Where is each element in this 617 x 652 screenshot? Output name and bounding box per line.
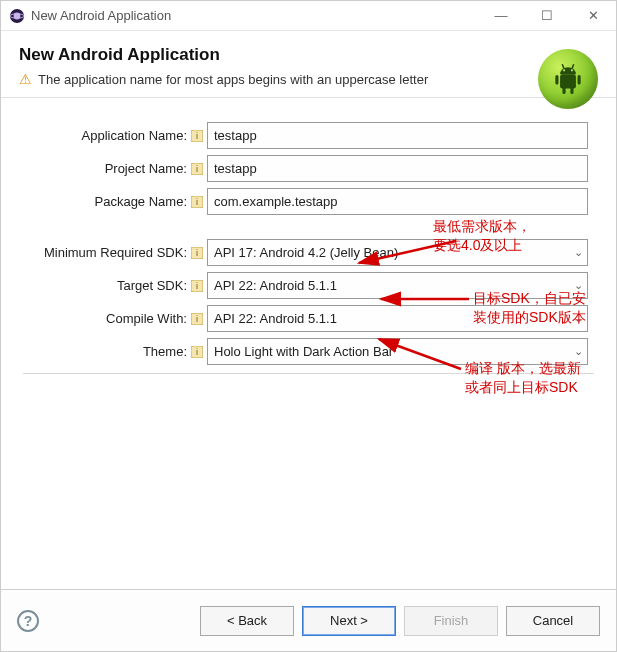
page-title: New Android Application: [19, 45, 598, 65]
svg-point-10: [563, 69, 565, 71]
finish-button: Finish: [404, 606, 498, 636]
min-sdk-value: API 17: Android 4.2 (Jelly Bean): [214, 245, 398, 260]
row-app-name: Application Name: i: [11, 122, 606, 149]
chevron-down-icon: ⌄: [574, 246, 583, 259]
svg-text:i: i: [196, 248, 198, 258]
svg-text:i: i: [196, 281, 198, 291]
svg-text:i: i: [196, 314, 198, 324]
svg-point-11: [571, 69, 573, 71]
warning-icon: ⚠: [19, 71, 32, 87]
info-icon[interactable]: i: [191, 163, 203, 175]
info-icon[interactable]: i: [191, 130, 203, 142]
label-app-name: Application Name:: [11, 128, 189, 143]
info-icon[interactable]: i: [191, 280, 203, 292]
project-name-input[interactable]: [207, 155, 588, 182]
svg-line-9: [572, 65, 574, 69]
divider: [23, 373, 594, 374]
info-icon[interactable]: i: [191, 313, 203, 325]
wizard-header: New Android Application ⚠ The applicatio…: [1, 31, 616, 98]
chevron-down-icon: ⌄: [574, 279, 583, 292]
row-theme: Theme: i Holo Light with Dark Action Bar…: [11, 338, 606, 365]
chevron-down-icon: ⌄: [574, 312, 583, 325]
svg-rect-6: [562, 87, 565, 94]
window-buttons: — ☐ ✕: [478, 1, 616, 30]
label-compile-with: Compile With:: [11, 311, 189, 326]
maximize-button[interactable]: ☐: [524, 1, 570, 30]
row-package-name: Package Name: i: [11, 188, 606, 215]
info-icon[interactable]: i: [191, 346, 203, 358]
warning-text: The application name for most apps begin…: [38, 72, 428, 87]
window-title: New Android Application: [31, 8, 478, 23]
target-sdk-value: API 22: Android 5.1.1: [214, 278, 337, 293]
form: Application Name: i Project Name: i Pack…: [1, 98, 616, 382]
label-project-name: Project Name:: [11, 161, 189, 176]
label-target-sdk: Target SDK:: [11, 278, 189, 293]
label-min-sdk: Minimum Required SDK:: [11, 245, 189, 260]
package-name-input[interactable]: [207, 188, 588, 215]
svg-rect-7: [570, 87, 573, 94]
application-name-input[interactable]: [207, 122, 588, 149]
svg-rect-3: [560, 74, 576, 88]
minimize-button[interactable]: —: [478, 1, 524, 30]
svg-rect-4: [555, 75, 558, 85]
svg-point-2: [14, 12, 21, 19]
compile-with-value: API 22: Android 5.1.1: [214, 311, 337, 326]
row-compile-with: Compile With: i API 22: Android 5.1.1 ⌄: [11, 305, 606, 332]
label-package-name: Package Name:: [11, 194, 189, 209]
next-button[interactable]: Next >: [302, 606, 396, 636]
wizard-footer: ? < Back Next > Finish Cancel: [1, 589, 616, 651]
label-theme: Theme:: [11, 344, 189, 359]
row-target-sdk: Target SDK: i API 22: Android 5.1.1 ⌄: [11, 272, 606, 299]
warning-line: ⚠ The application name for most apps beg…: [19, 71, 598, 87]
row-min-sdk: Minimum Required SDK: i API 17: Android …: [11, 239, 606, 266]
help-button[interactable]: ?: [17, 610, 39, 632]
svg-text:i: i: [196, 164, 198, 174]
android-logo-icon: [538, 49, 598, 109]
info-icon[interactable]: i: [191, 196, 203, 208]
cancel-button[interactable]: Cancel: [506, 606, 600, 636]
svg-text:i: i: [196, 197, 198, 207]
titlebar: New Android Application — ☐ ✕: [1, 1, 616, 31]
close-button[interactable]: ✕: [570, 1, 616, 30]
svg-rect-5: [578, 75, 581, 85]
chevron-down-icon: ⌄: [574, 345, 583, 358]
theme-select[interactable]: Holo Light with Dark Action Bar ⌄: [207, 338, 588, 365]
compile-with-select[interactable]: API 22: Android 5.1.1 ⌄: [207, 305, 588, 332]
svg-text:i: i: [196, 347, 198, 357]
eclipse-wizard-icon: [9, 8, 25, 24]
back-button[interactable]: < Back: [200, 606, 294, 636]
svg-text:i: i: [196, 131, 198, 141]
svg-line-8: [562, 65, 564, 69]
row-project-name: Project Name: i: [11, 155, 606, 182]
min-sdk-select[interactable]: API 17: Android 4.2 (Jelly Bean) ⌄: [207, 239, 588, 266]
theme-value: Holo Light with Dark Action Bar: [214, 344, 393, 359]
info-icon[interactable]: i: [191, 247, 203, 259]
target-sdk-select[interactable]: API 22: Android 5.1.1 ⌄: [207, 272, 588, 299]
